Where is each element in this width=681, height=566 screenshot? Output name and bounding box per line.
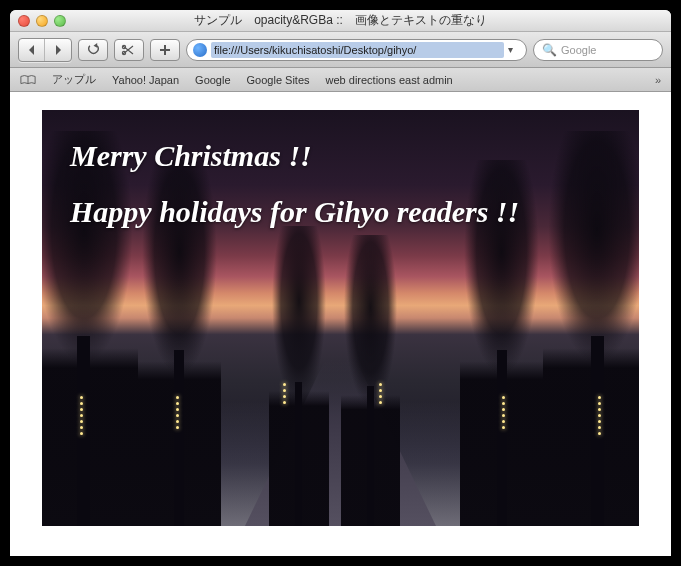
chevron-right-icon[interactable]: »: [655, 74, 661, 86]
toolbar: file:///Users/kikuchisatoshi/Desktop/gih…: [10, 32, 671, 68]
back-button[interactable]: [19, 39, 45, 61]
bookmarks-bar: アップル Yahoo! Japan Google Google Sites we…: [10, 68, 671, 92]
search-bar[interactable]: 🔍 Google: [533, 39, 663, 61]
tree: [269, 226, 329, 526]
add-button[interactable]: [150, 39, 180, 61]
url-text: file:///Users/kikuchisatoshi/Desktop/gih…: [211, 42, 504, 58]
close-button[interactable]: [18, 15, 30, 27]
bookmark-item[interactable]: Yahoo! Japan: [112, 74, 179, 86]
search-placeholder: Google: [561, 44, 596, 56]
bookmark-item[interactable]: Google Sites: [247, 74, 310, 86]
right-arrow-icon: [52, 44, 64, 56]
zoom-button[interactable]: [54, 15, 66, 27]
nav-buttons: [18, 38, 72, 62]
page-content: Merry Christmas !! Happy holidays for Gi…: [10, 92, 671, 556]
string-lights: [500, 393, 508, 443]
left-arrow-icon: [26, 44, 38, 56]
string-lights: [173, 393, 181, 443]
string-lights: [376, 380, 384, 410]
string-lights: [78, 393, 86, 443]
plus-icon: [159, 44, 171, 56]
hero-text: Merry Christmas !! Happy holidays for Gi…: [70, 128, 611, 239]
titlebar: サンプル opacity&RGBa :: 画像とテキストの重なり: [10, 10, 671, 32]
window-title: サンプル opacity&RGBa :: 画像とテキストの重なり: [18, 12, 663, 29]
minimize-button[interactable]: [36, 15, 48, 27]
string-lights: [281, 380, 289, 410]
search-icon: 🔍: [542, 43, 557, 57]
bookmark-item[interactable]: web directions east admin: [326, 74, 453, 86]
greeting-line-1: Merry Christmas !!: [70, 128, 611, 184]
hero-image: Merry Christmas !! Happy holidays for Gi…: [42, 110, 639, 526]
traffic-lights: [18, 15, 66, 27]
browser-window: サンプル opacity&RGBa :: 画像とテキストの重なり: [10, 10, 671, 556]
bookmark-item[interactable]: アップル: [52, 72, 96, 87]
reload-button[interactable]: [78, 39, 108, 61]
reload-icon: [87, 43, 100, 56]
bookmark-item[interactable]: Google: [195, 74, 230, 86]
string-lights: [595, 393, 603, 443]
chevron-down-icon[interactable]: ▾: [508, 44, 522, 55]
scissors-icon: [121, 44, 137, 56]
book-icon[interactable]: [20, 74, 36, 85]
action-button[interactable]: [114, 39, 144, 61]
tree: [341, 235, 401, 526]
url-bar[interactable]: file:///Users/kikuchisatoshi/Desktop/gih…: [186, 39, 527, 61]
forward-button[interactable]: [45, 39, 71, 61]
site-icon: [193, 43, 207, 57]
greeting-line-2: Happy holidays for Gihyo readers !!: [70, 184, 611, 240]
